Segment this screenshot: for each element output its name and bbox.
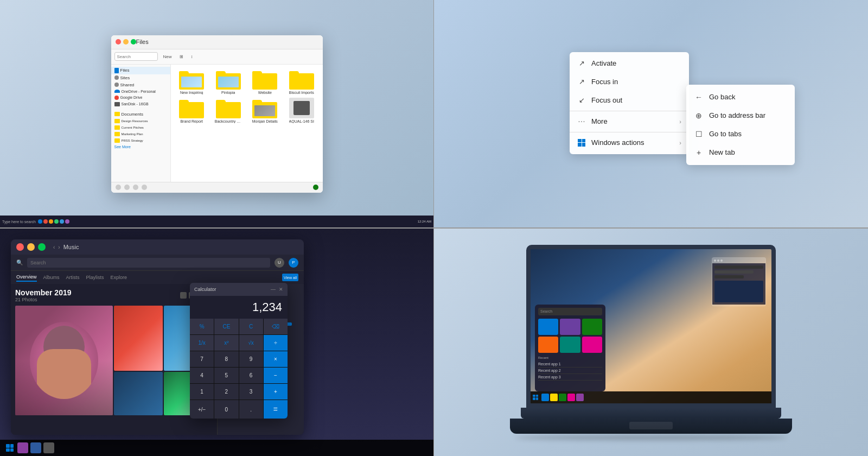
footer-icon-4[interactable] — [142, 185, 147, 190]
user-avatar[interactable]: U — [275, 258, 284, 268]
calc-btn-divide[interactable]: ÷ — [264, 335, 288, 351]
folder-morgan[interactable]: Morgan Details — [248, 98, 282, 123]
folder-pintopia[interactable]: Pintopia — [212, 69, 245, 94]
maximize-button[interactable] — [38, 243, 46, 251]
calc-btn-square[interactable]: x² — [214, 335, 238, 351]
view-all-btn[interactable]: View all — [282, 274, 298, 281]
calc-btn-ce[interactable]: CE — [214, 319, 238, 334]
calc-btn-7[interactable]: 7 — [190, 351, 214, 367]
calc-btn-4[interactable]: 4 — [190, 368, 214, 383]
close-button[interactable] — [116, 39, 121, 45]
calc-btn-8[interactable]: 8 — [214, 351, 238, 367]
calc-btn-subtract[interactable]: − — [264, 368, 288, 383]
taskbar-icon-calc[interactable] — [30, 442, 41, 453]
sidebar-item-pitches[interactable]: Current Pitches — [111, 124, 170, 131]
minimize-button[interactable] — [27, 243, 35, 251]
start-icon[interactable] — [533, 395, 538, 400]
tab-overview[interactable]: Overview — [16, 273, 37, 282]
sidebar-item-documents[interactable]: Documents — [111, 111, 170, 118]
sidebar-item-sites[interactable]: Sites — [111, 74, 170, 81]
sidebar-item-prss[interactable]: PRSS Strategy — [111, 137, 170, 144]
menu-item-windows-actions[interactable]: Windows actions › — [570, 134, 689, 152]
sidebar-item-shared[interactable]: Shared — [111, 81, 170, 88]
sidebar-item-googledrive[interactable]: Google Drive — [111, 94, 170, 101]
sidebar-item-marketing[interactable]: Marketing Plan — [111, 131, 170, 137]
recent-item-2[interactable]: Recent app 2 — [538, 368, 602, 374]
calc-minimize[interactable]: — — [271, 287, 276, 292]
app-icon-xbox[interactable] — [582, 319, 602, 335]
submenu-item-go-back[interactable]: ← Go back — [686, 88, 795, 106]
calc-btn-1[interactable]: 1 — [190, 384, 214, 400]
folder-backcountry[interactable]: Backcountry Fiction — [212, 98, 245, 123]
calc-btn-9[interactable]: 9 — [239, 351, 263, 367]
app-icon-mail[interactable] — [582, 337, 602, 353]
calc-btn-decimal[interactable]: . — [239, 400, 263, 419]
calc-btn-backspace[interactable]: ⌫ — [264, 319, 288, 334]
taskbar-icon-photos[interactable] — [17, 442, 28, 453]
music-search-input[interactable] — [27, 258, 270, 268]
taskbar-icon-edge[interactable] — [38, 219, 42, 224]
taskbar-icon-5[interactable] — [65, 219, 69, 224]
taskbar-icon-2[interactable] — [49, 219, 53, 224]
folder-biscuit[interactable]: Biscuit Imports — [285, 69, 318, 94]
calc-btn-5[interactable]: 5 — [214, 368, 238, 383]
taskbar-icon-3[interactable] — [54, 219, 59, 224]
laptop-tb-edge[interactable] — [541, 394, 549, 401]
footer-icon-2[interactable] — [124, 185, 130, 190]
calc-btn-c[interactable]: C — [239, 319, 263, 334]
taskbar-icon-4[interactable] — [60, 219, 64, 224]
profile-avatar[interactable]: P — [289, 258, 298, 268]
folder-brand-report[interactable]: Brand Report — [175, 98, 209, 123]
laptop-tb-photo[interactable] — [576, 394, 584, 401]
app-icon-edge[interactable] — [538, 319, 558, 335]
start-button[interactable] — [4, 442, 15, 453]
photo-ocean-dark[interactable] — [114, 372, 163, 415]
tab-artists[interactable]: Artists — [66, 274, 80, 281]
new-button[interactable]: New — [161, 53, 174, 60]
tab-explore[interactable]: Explore — [111, 274, 127, 281]
maximize-button[interactable] — [131, 39, 136, 45]
close-button[interactable] — [16, 243, 24, 251]
photo-flowers[interactable] — [114, 306, 163, 371]
laptop-tb-files[interactable] — [550, 394, 558, 401]
calc-btn-reciprocal[interactable]: 1/x — [190, 335, 214, 351]
recent-item-3[interactable]: Recent app 3 — [538, 374, 602, 381]
menu-item-more[interactable]: ··· More › — [570, 112, 689, 131]
laptop-touchpad[interactable] — [629, 422, 673, 429]
view-button[interactable]: ⊞ — [177, 53, 186, 60]
view-icon-1[interactable] — [180, 292, 187, 299]
start-menu-search[interactable]: Search — [538, 308, 602, 315]
menu-item-activate[interactable]: ↗ Activate — [570, 54, 689, 73]
sidebar-item-see-more[interactable]: See More — [111, 144, 170, 150]
calc-btn-6[interactable]: 6 — [239, 368, 263, 383]
folder-website[interactable]: Website — [248, 69, 282, 94]
sidebar-item-files[interactable]: Files — [111, 67, 170, 74]
sort-button[interactable]: ↕ — [189, 53, 195, 60]
sidebar-item-design[interactable]: Design Resources — [111, 118, 170, 124]
folder-new-inspiring[interactable]: New Inspiring — [175, 69, 209, 94]
calc-btn-percent[interactable]: % — [190, 319, 214, 334]
laptop-tb-store[interactable] — [559, 394, 566, 401]
search-input[interactable] — [114, 52, 158, 61]
back-nav[interactable]: ‹ — [53, 244, 55, 250]
calc-btn-negate[interactable]: +/− — [190, 400, 214, 419]
forward-nav[interactable]: › — [58, 244, 60, 250]
taskbar-icon-files[interactable] — [43, 442, 54, 453]
photo-woman[interactable] — [15, 306, 113, 415]
calc-btn-sqrt[interactable]: √x — [239, 335, 263, 351]
calc-close[interactable]: ✕ — [279, 287, 283, 292]
submenu-item-tabs[interactable]: ☐ Go to tabs — [686, 125, 795, 143]
calc-btn-2[interactable]: 2 — [214, 384, 238, 400]
tab-playlists[interactable]: Playlists — [86, 274, 104, 281]
app-icon-store[interactable] — [560, 319, 580, 335]
calc-btn-3[interactable]: 3 — [239, 384, 263, 400]
sidebar-item-onedrive[interactable]: OneDrive - Personal — [111, 88, 170, 94]
calc-btn-equals[interactable]: = — [264, 400, 288, 419]
file-aqual[interactable]: AQUAL-146 SI — [285, 98, 318, 123]
app-icon-maps[interactable] — [560, 337, 580, 353]
menu-item-focus-out[interactable]: ↙ Focus out — [570, 91, 689, 110]
sidebar-item-sandisk[interactable]: SanDisk - 16GB — [111, 101, 170, 107]
footer-icon-3[interactable] — [133, 185, 138, 190]
minimize-button[interactable] — [123, 39, 129, 45]
recent-item-1[interactable]: Recent app 1 — [538, 361, 602, 368]
